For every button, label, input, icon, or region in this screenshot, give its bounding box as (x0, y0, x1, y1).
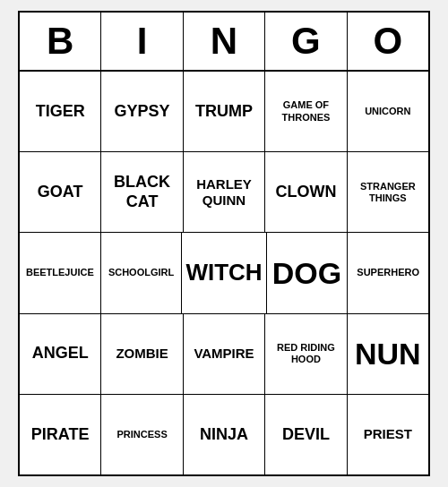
bingo-row: PIRATEPRINCESSNINJADEVILPRIEST (20, 395, 428, 474)
bingo-cell: TRUMP (184, 72, 265, 151)
bingo-cell: GOAT (20, 152, 101, 232)
cell-label: VAMPIRE (194, 346, 254, 362)
cell-label: STRANGER THINGS (351, 181, 425, 204)
cell-label: SCHOOLGIRL (108, 267, 174, 278)
bingo-cell: ZOMBIE (101, 314, 183, 394)
cell-label: SUPERHERO (357, 267, 419, 278)
cell-label: UNICORN (365, 106, 410, 117)
bingo-cell: UNICORN (348, 72, 428, 151)
header-letter: G (265, 13, 347, 70)
cell-label: NUN (355, 336, 421, 372)
cell-label: GAME OF THRONES (269, 99, 342, 123)
bingo-cell: BLACK CAT (101, 152, 183, 232)
bingo-cell: RED RIDING HOOD (265, 314, 347, 394)
header-letter: B (20, 13, 101, 70)
bingo-row: TIGERGYPSYTRUMPGAME OF THRONESUNICORN (20, 72, 428, 152)
cell-label: PRIEST (364, 426, 412, 442)
cell-label: DOG (272, 255, 341, 292)
cell-label: BEETLEJUICE (26, 267, 94, 278)
bingo-cell: PRINCESS (101, 395, 183, 474)
bingo-row: ANGELZOMBIEVAMPIRERED RIDING HOODNUN (20, 314, 428, 395)
bingo-cell: NUN (348, 314, 428, 394)
bingo-row: GOATBLACK CATHARLEY QUINNCLOWNSTRANGER T… (20, 152, 428, 233)
bingo-cell: DEVIL (265, 395, 347, 474)
cell-label: BLACK CAT (105, 173, 178, 211)
bingo-cell: CLOWN (265, 152, 347, 232)
cell-label: GYPSY (115, 102, 170, 122)
cell-label: NINJA (200, 425, 248, 445)
bingo-cell: SUPERHERO (348, 233, 428, 312)
cell-label: TRUMP (195, 102, 253, 122)
bingo-cell: VAMPIRE (184, 314, 265, 394)
bingo-row: BEETLEJUICESCHOOLGIRLWITCHDOGSUPERHERO (20, 233, 428, 313)
bingo-cell: DOG (267, 233, 349, 312)
cell-label: RED RIDING HOOD (269, 342, 342, 365)
bingo-body: TIGERGYPSYTRUMPGAME OF THRONESUNICORNGOA… (20, 72, 428, 474)
bingo-cell: STRANGER THINGS (348, 152, 428, 232)
bingo-cell: HARLEY QUINN (184, 152, 265, 232)
header-letter: O (348, 13, 428, 70)
header-letter: N (184, 13, 265, 70)
cell-label: GOAT (38, 183, 83, 202)
bingo-cell: TIGER (20, 72, 101, 151)
bingo-cell: SCHOOLGIRL (101, 233, 183, 312)
cell-label: HARLEY QUINN (187, 176, 261, 209)
bingo-cell: PRIEST (348, 395, 428, 474)
cell-label: ZOMBIE (116, 346, 168, 362)
bingo-cell: ANGEL (20, 314, 101, 394)
cell-label: CLOWN (275, 183, 336, 202)
cell-label: WITCH (185, 259, 262, 286)
bingo-cell: GAME OF THRONES (265, 72, 347, 151)
bingo-cell: NINJA (184, 395, 265, 474)
header-letter: I (101, 13, 183, 70)
cell-label: PIRATE (31, 425, 90, 445)
bingo-card: BINGO TIGERGYPSYTRUMPGAME OF THRONESUNIC… (18, 11, 430, 476)
bingo-cell: PIRATE (20, 395, 101, 474)
cell-label: TIGER (36, 102, 85, 122)
bingo-cell: GYPSY (101, 72, 183, 151)
cell-label: DEVIL (282, 425, 330, 445)
bingo-header: BINGO (20, 13, 428, 72)
cell-label: ANGEL (32, 344, 89, 363)
bingo-cell: BEETLEJUICE (20, 233, 101, 312)
bingo-cell: WITCH (182, 233, 266, 312)
cell-label: PRINCESS (116, 429, 167, 440)
